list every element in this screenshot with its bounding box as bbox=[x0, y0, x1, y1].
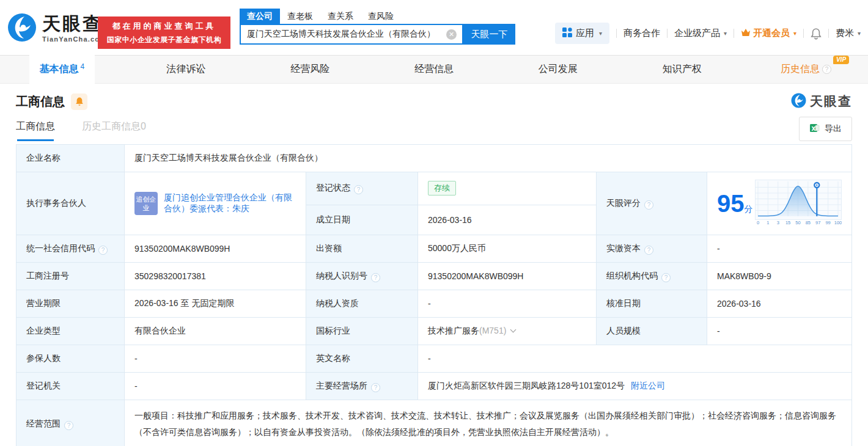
chevron-down-icon[interactable] bbox=[510, 327, 517, 333]
svg-text:0: 0 bbox=[757, 220, 759, 225]
svg-text:1: 1 bbox=[767, 220, 769, 225]
approval-date-value: 2026-03-16 bbox=[707, 290, 852, 318]
help-icon[interactable]: ? bbox=[98, 246, 108, 255]
tab-company-development[interactable]: 公司发展 bbox=[496, 56, 620, 83]
crown-icon bbox=[741, 28, 751, 38]
reg-authority-value: - bbox=[125, 373, 306, 400]
business-place-label: 主要经营场所 bbox=[316, 381, 367, 390]
paid-capital-label: 实缴资本 bbox=[606, 243, 641, 253]
help-icon[interactable]: ? bbox=[354, 185, 363, 194]
search-tabs: 查公司 查老板 查关系 查风险 bbox=[240, 9, 401, 25]
menu-divider bbox=[803, 29, 804, 38]
subtab-business-registration[interactable]: 工商信息 bbox=[16, 120, 55, 141]
paid-capital-value: - bbox=[707, 235, 852, 263]
section-title: 工商信息 bbox=[16, 93, 65, 110]
search-button[interactable]: 天眼一下 bbox=[463, 24, 515, 45]
enterprise-products-menu[interactable]: 企业级产品 ▾ bbox=[674, 27, 727, 39]
table-row: 经营范围? 一般项目：科技推广和应用服务；技术服务、技术开发、技术咨询、技术交流… bbox=[17, 400, 852, 446]
org-code-label-cell: 组织机构代码? bbox=[597, 263, 707, 290]
tab-label: 公司发展 bbox=[539, 63, 578, 76]
watermark-text: 天眼查 bbox=[810, 93, 852, 110]
business-scope-value: 一般项目：科技推广和应用服务；技术服务、技术开发、技术咨询、技术交流、技术转让、… bbox=[125, 400, 852, 446]
taxpayer-quality-label: 纳税人资质 bbox=[306, 290, 418, 318]
page-nav-tabs: 基本信息 4 法律诉讼 经营风险 经营信息 公司发展 知识产权 历史信息 ? V… bbox=[0, 55, 868, 84]
menu-divider bbox=[616, 29, 617, 38]
help-icon[interactable]: ? bbox=[644, 246, 653, 255]
promo-banner: 都在用的商业查询工具 国家中小企业发展子基金旗下机构 bbox=[98, 16, 230, 49]
svg-text:15: 15 bbox=[785, 220, 790, 225]
credit-code-value: 91350200MAK8WB099H bbox=[125, 235, 306, 263]
status-badge: 存续 bbox=[428, 181, 456, 196]
partner-company-link[interactable]: 厦门追创企业管理合伙企业（有限合伙）委派代表：朱庆 bbox=[164, 192, 296, 214]
open-vip-menu[interactable]: 开通会员 ▾ bbox=[741, 27, 796, 39]
subscribe-bell-button[interactable] bbox=[71, 93, 87, 110]
taxpayer-id-label-cell: 纳税人识别号? bbox=[306, 263, 418, 290]
taxpayer-id-value: 91350200MAK8WB099H bbox=[418, 263, 597, 290]
help-icon[interactable]: ? bbox=[371, 383, 380, 392]
help-icon[interactable]: ? bbox=[64, 421, 73, 430]
capital-value: 50000万人民币 bbox=[418, 235, 597, 263]
help-icon[interactable]: ? bbox=[371, 273, 380, 282]
insured-count-value: - bbox=[125, 345, 306, 373]
clear-search-icon[interactable]: ✕ bbox=[446, 29, 457, 40]
tab-operating-risk[interactable]: 经营风险 bbox=[248, 56, 372, 83]
reg-authority-label: 登记机关 bbox=[17, 373, 125, 400]
help-icon[interactable]: ? bbox=[822, 65, 831, 74]
notification-bell[interactable] bbox=[811, 27, 822, 40]
watermark: 天眼查 bbox=[791, 93, 852, 111]
username: 费米 bbox=[836, 27, 854, 39]
tab-legal-proceedings[interactable]: 法律诉讼 bbox=[124, 56, 248, 83]
score-cell: 95分 0131550859799100 bbox=[707, 172, 852, 235]
industry-code: (M751) bbox=[479, 326, 506, 335]
main-content: 工商信息 天眼查 工商信息 历史工商信息0 bbox=[0, 92, 868, 446]
caret-down-icon: ▾ bbox=[599, 30, 602, 37]
help-icon[interactable]: ? bbox=[661, 273, 671, 282]
brand-domain: TianYanCha.com bbox=[42, 35, 106, 43]
search-input-box: ✕ bbox=[240, 24, 463, 45]
export-button[interactable]: X 导出 bbox=[799, 117, 852, 141]
user-menu[interactable]: 费米 ▾ bbox=[836, 27, 861, 39]
tab-intellectual-property[interactable]: 知识产权 bbox=[620, 56, 744, 83]
apps-menu[interactable]: 应用 ▾ bbox=[555, 23, 609, 44]
business-place-label-cell: 主要经营场所? bbox=[306, 373, 418, 400]
search-tab-boss[interactable]: 查老板 bbox=[280, 9, 320, 25]
tab-label: 历史信息 bbox=[781, 63, 820, 76]
search-tab-risk[interactable]: 查风险 bbox=[361, 9, 401, 25]
caret-down-icon: ▾ bbox=[724, 30, 727, 37]
svg-text:99: 99 bbox=[825, 220, 830, 225]
tab-business-info[interactable]: 经营信息 bbox=[372, 56, 496, 83]
vip-badge: VIP bbox=[833, 56, 849, 64]
tab-history-info[interactable]: 历史信息 ? VIP bbox=[744, 56, 868, 83]
table-row: 参保人数 - 英文名称 - bbox=[17, 345, 852, 373]
establish-date-label: 成立日期 bbox=[306, 205, 418, 235]
subtab-history-registration[interactable]: 历史工商信息0 bbox=[82, 120, 146, 141]
search-input[interactable] bbox=[241, 29, 446, 39]
company-type-value: 有限合伙企业 bbox=[125, 318, 306, 345]
brand-name: 天眼查 bbox=[42, 15, 106, 33]
english-name-label: 英文名称 bbox=[306, 345, 418, 373]
nearby-companies-link[interactable]: 附近公司 bbox=[631, 381, 665, 390]
brand-logo[interactable]: 天眼查 TianYanCha.com bbox=[7, 13, 106, 45]
business-scope-label-cell: 经营范围? bbox=[17, 400, 125, 446]
score-label-cell: 天眼评分? bbox=[597, 172, 707, 235]
caret-down-icon: ▾ bbox=[793, 30, 796, 37]
search-tab-relation[interactable]: 查关系 bbox=[320, 9, 361, 25]
biz-cooperation-link[interactable]: 商务合作 bbox=[623, 27, 660, 39]
excel-icon: X bbox=[809, 123, 820, 135]
grid-icon bbox=[562, 27, 572, 39]
menu-divider bbox=[667, 29, 668, 38]
svg-text:X: X bbox=[812, 126, 816, 132]
search-tab-company[interactable]: 查公司 bbox=[240, 9, 280, 25]
reg-status-label-cell: 登记状态? bbox=[306, 172, 418, 205]
tab-basic-info[interactable]: 基本信息 4 bbox=[0, 56, 124, 83]
table-row: 统一社会信用代码? 91350200MAK8WB099H 出资额 50000万人… bbox=[17, 235, 852, 263]
executive-partner-cell: 追创企业 厦门追创企业管理合伙企业（有限合伙）委派代表：朱庆 bbox=[125, 172, 306, 235]
help-icon[interactable]: ? bbox=[644, 200, 653, 210]
taxpayer-quality-value: - bbox=[418, 290, 597, 318]
credit-code-label-cell: 统一社会信用代码? bbox=[17, 235, 125, 263]
capital-label: 出资额 bbox=[306, 235, 418, 263]
table-row: 执行事务合伙人 追创企业 厦门追创企业管理合伙企业（有限合伙）委派代表：朱庆 登… bbox=[17, 172, 852, 205]
taxpayer-id-label: 纳税人识别号 bbox=[316, 271, 367, 280]
org-code-value: MAK8WB09-9 bbox=[707, 263, 852, 290]
svg-text:50: 50 bbox=[795, 220, 800, 225]
